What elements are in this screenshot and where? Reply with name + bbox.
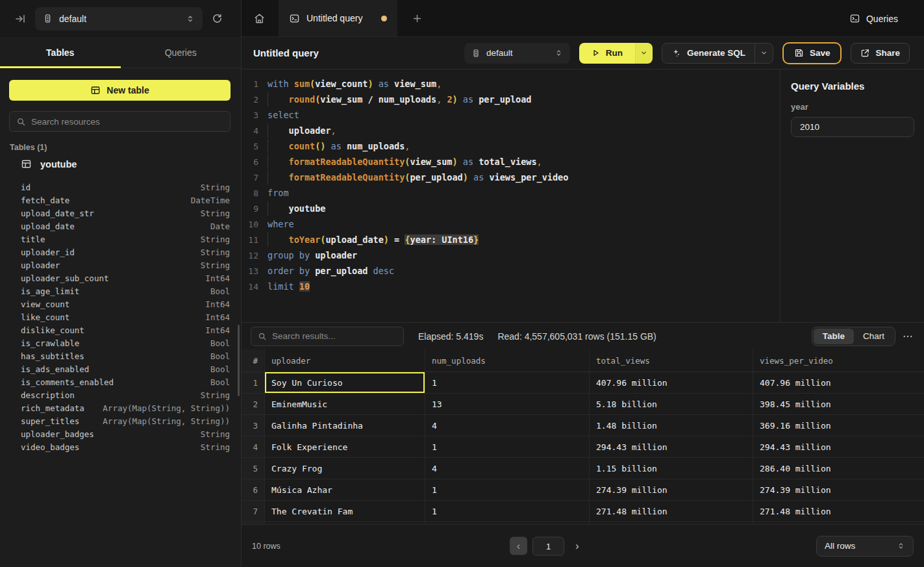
column-header-views-per-video[interactable]: views_per_video: [753, 349, 924, 372]
column-header-total-views[interactable]: total_views: [590, 349, 753, 372]
table-row: 2EminemMusic135.18 billion398.45 million: [242, 394, 924, 415]
views-per-video-cell[interactable]: 398.45 million: [753, 394, 924, 414]
editor-line: 10where: [242, 216, 780, 232]
num-uploads-cell[interactable]: 1: [425, 436, 590, 457]
schema-column-row: is_ads_enabledBool: [21, 362, 230, 375]
generate-sql-button[interactable]: Generate SQL: [662, 44, 755, 63]
column-type: String: [201, 247, 230, 257]
toolbar-database-label: default: [486, 48, 555, 58]
view-toggle-table-label: Table: [823, 331, 845, 341]
page-number-input[interactable]: 1: [532, 536, 564, 555]
search-icon: [16, 117, 26, 127]
sidebar-tab-queries[interactable]: Queries: [121, 37, 242, 68]
num-uploads-cell[interactable]: 4: [425, 458, 590, 479]
toolbar-database-selector[interactable]: default: [464, 43, 570, 64]
pagination: ‹ 1 ›: [510, 536, 585, 555]
generate-sql-label: Generate SQL: [687, 48, 745, 58]
total-views-cell[interactable]: 1.48 billion: [590, 415, 753, 436]
home-icon[interactable]: [249, 8, 269, 29]
schema-column-row: descriptionString: [21, 388, 230, 401]
column-name: upload_date_str: [21, 208, 94, 218]
uploader-cell[interactable]: Folk Experience: [265, 436, 425, 457]
num-uploads-cell[interactable]: 13: [425, 394, 590, 414]
views-per-video-cell[interactable]: 271.48 million: [753, 501, 924, 522]
uploader-cell[interactable]: The Crevatin Fam: [265, 501, 425, 522]
ellipsis-icon[interactable]: [902, 331, 914, 342]
sidebar-tab-tables[interactable]: Tables: [0, 37, 121, 68]
column-header-num-uploads[interactable]: num_uploads: [425, 349, 590, 372]
updown-chevrons-icon: [186, 14, 195, 23]
views-per-video-cell[interactable]: 407.96 million: [753, 372, 924, 393]
editor-line: 3select: [242, 107, 780, 123]
refresh-icon[interactable]: [212, 13, 223, 24]
run-button-label: Run: [606, 48, 623, 58]
new-table-label: New table: [106, 85, 149, 95]
share-button[interactable]: Share: [851, 43, 910, 64]
column-name: rich_metadata: [21, 403, 84, 413]
sidebar-scrollbar[interactable]: [238, 325, 240, 396]
sidebar-table-youtube[interactable]: youtube: [21, 158, 77, 170]
view-toggle-chart[interactable]: Chart: [854, 329, 893, 344]
column-header-uploader[interactable]: uploader: [265, 349, 425, 372]
chevron-down-icon: [760, 49, 768, 57]
generate-sql-caret[interactable]: [755, 44, 773, 63]
total-views-cell[interactable]: 294.43 million: [590, 436, 753, 457]
code-text: toYear(upload_date) = {year: UInt16}: [268, 234, 479, 245]
results-search-input[interactable]: [272, 331, 397, 341]
prev-page-button[interactable]: ‹: [510, 537, 527, 555]
code-text: limit 10: [268, 281, 310, 292]
schema-column-row: is_comments_enabledBool: [21, 375, 230, 388]
num-uploads-cell[interactable]: 1: [425, 501, 590, 522]
table-row: 4Folk Experience1294.43 million294.43 mi…: [242, 436, 924, 458]
column-header-index[interactable]: #: [242, 349, 265, 372]
sidebar-database-selector[interactable]: default: [35, 7, 203, 31]
save-button[interactable]: Save: [782, 42, 842, 64]
collapse-sidebar-icon[interactable]: [14, 13, 26, 25]
table-row: 6Música Azhar1274.39 million274.39 milli…: [242, 479, 924, 501]
new-table-button[interactable]: New table: [9, 80, 231, 101]
variable-year-input[interactable]: [791, 117, 914, 137]
editor-line: 2 round(view_sum / num_uploads, 2) as pe…: [242, 92, 780, 107]
queries-button[interactable]: Queries: [849, 0, 898, 37]
resource-search-input[interactable]: [31, 117, 223, 127]
query-tab[interactable]: Untitled query: [279, 0, 397, 36]
num-uploads-cell[interactable]: 1: [425, 372, 590, 393]
query-variables-title: Query Variables: [791, 81, 924, 92]
new-tab-plus-icon[interactable]: [412, 13, 423, 24]
total-views-cell[interactable]: 5.18 billion: [590, 394, 753, 414]
line-number: 14: [242, 282, 258, 292]
view-toggle-table[interactable]: Table: [814, 329, 854, 344]
editor-line: 5 count() as num_uploads,: [242, 138, 780, 154]
editor-line: 8from: [242, 185, 780, 201]
run-button[interactable]: Run: [579, 43, 635, 64]
page-size-select[interactable]: All rows: [816, 536, 914, 557]
total-views-cell[interactable]: 274.39 million: [590, 479, 753, 500]
uploader-cell[interactable]: Crazy Frog: [265, 458, 425, 479]
row-index-cell: 7: [242, 501, 265, 522]
views-per-video-cell[interactable]: 369.16 million: [753, 415, 924, 436]
total-views-cell[interactable]: 271.48 million: [590, 501, 753, 522]
uploader-cell[interactable]: Soy Un Curioso: [265, 372, 425, 393]
views-per-video-cell[interactable]: 286.40 million: [753, 458, 924, 479]
sql-editor[interactable]: 1with sum(view_count) as view_sum,2 roun…: [242, 69, 780, 322]
table-icon: [90, 85, 101, 95]
uploader-cell[interactable]: Galinha Pintadinha: [265, 415, 425, 436]
views-per-video-cell[interactable]: 274.39 million: [753, 479, 924, 500]
run-options-caret[interactable]: [635, 43, 653, 64]
column-name: fetch_date: [21, 195, 69, 205]
uploader-cell[interactable]: Música Azhar: [265, 479, 425, 500]
code-text: order by per_upload desc: [268, 266, 394, 276]
code-text: formatReadableQuantity(view_sum) as tota…: [268, 157, 542, 167]
uploader-cell[interactable]: EminemMusic: [265, 394, 425, 414]
total-views-cell[interactable]: 1.15 billion: [590, 458, 753, 479]
row-index-cell: 2: [242, 394, 265, 414]
num-uploads-cell[interactable]: 4: [425, 415, 590, 436]
code-text: uploader,: [268, 125, 336, 136]
schema-column-row: idString: [21, 181, 230, 194]
save-button-label: Save: [810, 48, 830, 58]
num-uploads-cell[interactable]: 1: [425, 479, 590, 500]
column-type: String: [201, 442, 230, 452]
views-per-video-cell[interactable]: 294.43 million: [753, 436, 924, 457]
next-page-button[interactable]: ›: [569, 537, 585, 555]
total-views-cell[interactable]: 407.96 million: [590, 372, 753, 393]
